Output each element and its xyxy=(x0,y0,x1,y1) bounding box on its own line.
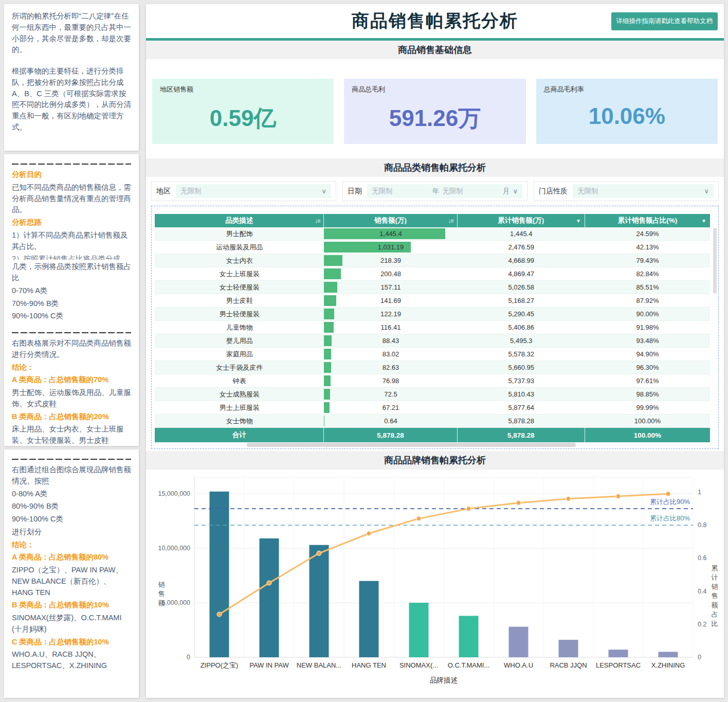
store-type-select[interactable]: 无限制 ∨ xyxy=(573,184,714,198)
line-marker-SINOMAX(...[interactable] xyxy=(416,516,421,521)
x-tick-label: RACB JJQN xyxy=(550,661,587,669)
class-b-rule: 70%-90% B类 xyxy=(12,298,131,310)
dashed-divider xyxy=(12,459,131,460)
sort-descending-icon[interactable]: ↓≡ xyxy=(315,218,320,224)
bar-LESPORTSAC[interactable] xyxy=(609,650,628,657)
kpi-label: 地区销售额 xyxy=(160,85,326,94)
help-doc-button[interactable]: 详细操作指南请戳此查看帮助文档 xyxy=(611,12,718,30)
bar-RACB JJQN[interactable] xyxy=(559,640,578,657)
category-pareto-table: 品类描述 ↓≡ 销售额(万) ↓≡ 累计销售额(万) ▼ 累计销售额占比(%) … xyxy=(151,206,719,449)
table-row[interactable]: 男士皮鞋141.695,168.2787.92% xyxy=(155,294,710,308)
bar-ZIPPO(之宝)[interactable] xyxy=(210,492,229,657)
line-marker-X.ZHINING[interactable] xyxy=(666,492,670,496)
line-marker-HANG TEN[interactable] xyxy=(367,531,371,536)
table-row[interactable]: 儿童饰物116.415,406.8691.98% xyxy=(155,321,710,334)
sales-value: 83.02 xyxy=(383,350,399,358)
sales-value: 0.64 xyxy=(384,417,397,425)
cell-sales: 141.69 xyxy=(324,294,457,308)
table-row[interactable]: 女士轻便服装157.115,026.5885.51% xyxy=(155,281,710,294)
sidebar-card-intro: 所谓的帕累托分析即“二八定律”在任何一组东西中，最重要的只占其中一小部分，其余尽… xyxy=(4,4,139,151)
line-marker-WHO.A.U[interactable] xyxy=(516,500,521,505)
filter-region-label: 地区 xyxy=(156,187,171,196)
cell-cumulative-pct: 93.48% xyxy=(585,334,710,348)
cell-category: 男士皮鞋 xyxy=(155,294,324,308)
store-placeholder: 无限制 xyxy=(577,187,598,196)
kpi-card-region-sales: 地区销售额 0.59亿 xyxy=(152,79,334,144)
intro-paragraph-2: 根据事物的主要特征，进行分类排队，把被分析的对象按照占比分成A、B、C 三类（可… xyxy=(12,66,131,133)
cell-cumulative-pct: 85.51% xyxy=(585,281,710,294)
method-step2-rest: 几类，示例将品类按照累计销售额占比 xyxy=(12,261,131,284)
sales-data-bar xyxy=(324,389,330,400)
bar-SINOMAX(...[interactable] xyxy=(409,603,429,657)
x-tick-label: NEW BALAN... xyxy=(297,661,341,669)
sales-data-bar xyxy=(324,402,330,413)
date-select[interactable]: 无限制 年 无限制 月 ∨ xyxy=(367,184,522,198)
table-row[interactable]: 女士内衣218.394,668.9979.43% xyxy=(155,254,710,267)
bar-X.ZHINING[interactable] xyxy=(659,652,678,657)
line-marker-LESPORTSAC[interactable] xyxy=(616,494,621,499)
bar-HANG TEN[interactable] xyxy=(359,581,379,657)
sales-value: 122.19 xyxy=(380,310,401,318)
table-row[interactable]: 男士配饰1,445.41,445.424.59% xyxy=(155,227,710,241)
method-step2-clipped: 2）按照累计销售占比将品类分成 xyxy=(12,254,131,260)
filter-store-type: 门店性质 无限制 ∨ xyxy=(534,181,719,201)
cell-cumulative: 1,445.4 xyxy=(458,227,585,241)
bar-WHO.A.U[interactable] xyxy=(509,627,529,657)
cell-cumulative: 2,476.59 xyxy=(458,241,585,254)
y-right-axis-title: 累计销售额占比 xyxy=(712,564,718,627)
column-header-category[interactable]: 品类描述 ↓≡ xyxy=(155,214,324,227)
column-header-sales[interactable]: 销售额(万) ↓≡ xyxy=(324,214,457,227)
column-header-cumulative[interactable]: 累计销售额(万) ▼ xyxy=(458,214,585,227)
sales-value: 76.98 xyxy=(383,377,399,385)
line-marker-ZIPPO(之宝)[interactable] xyxy=(217,612,222,617)
sort-descending-icon[interactable]: ↓≡ xyxy=(448,218,453,224)
cell-category: 婴儿用品 xyxy=(155,334,324,348)
table-row[interactable]: 女士饰物0.645,878.28100.00% xyxy=(155,415,710,428)
bar-PAW IN PAW[interactable] xyxy=(260,538,279,657)
bar-O.C.T.MAMI...[interactable] xyxy=(459,616,479,657)
cell-sales: 0.64 xyxy=(324,415,457,428)
sales-value: 67.21 xyxy=(383,404,399,411)
y-left-axis-title: 销售额 xyxy=(158,581,165,607)
column-header-cumulative-pct[interactable]: 累计销售额占比(%) ▼ xyxy=(585,214,710,227)
table-row[interactable]: 女士手袋及皮件82.635,660.9596.30% xyxy=(155,361,710,374)
cell-category: 男士轻便服装 xyxy=(155,308,324,321)
x-tick-label: SINOMAX(... xyxy=(399,661,438,669)
table-row[interactable]: 家庭用品83.025,578.3294.90% xyxy=(155,348,710,361)
cell-category: 儿童饰物 xyxy=(155,321,324,334)
filter-triangle-icon[interactable]: ▼ xyxy=(701,218,706,224)
line-marker-O.C.T.MAMI...[interactable] xyxy=(466,507,471,511)
bar-NEW BALAN...[interactable] xyxy=(310,545,329,657)
goal-text: 已知不同品类商品的销售额信息，需分析商品销售量情况有重点的管理商品。 xyxy=(12,182,131,215)
kpi-card-gross-profit: 商品总毛利 591.26万 xyxy=(344,79,525,144)
kpi-value: 10.06% xyxy=(544,103,710,129)
table-row[interactable]: 运动服装及用品1,031.192,476.5942.13% xyxy=(155,241,710,254)
brand-class-a-head: A 类商品：占总销售额的80% xyxy=(12,552,131,563)
horizontal-scrollbar[interactable] xyxy=(247,443,576,447)
sales-data-bar xyxy=(324,255,342,266)
table-row[interactable]: 男士上班服装67.215,877.6499.99% xyxy=(155,401,710,415)
table-row[interactable]: 男士轻便服装122.195,290.4590.00% xyxy=(155,308,710,321)
table-row[interactable]: 钟表76.985,737.9397.61% xyxy=(155,374,710,388)
sales-value: 157.11 xyxy=(381,283,401,291)
brand-class-b-text: SINOMAX(丝梦露)、O.C.T.MAMI (十月妈咪) xyxy=(12,613,131,635)
filter-triangle-icon[interactable]: ▼ xyxy=(576,218,581,224)
cell-cumulative: 5,877.64 xyxy=(458,401,585,415)
line-marker-RACB JJQN[interactable] xyxy=(566,496,571,501)
vertical-scrollbar[interactable] xyxy=(713,228,717,294)
table-row[interactable]: 女士成熟服装72.55,810.4398.85% xyxy=(155,388,710,401)
section-title-category-pareto: 商品品类销售帕累托分析 xyxy=(146,158,724,177)
x-tick-label: WHO.A.U xyxy=(504,661,533,669)
line-marker-NEW BALAN...[interactable] xyxy=(317,551,321,555)
total-label: 合计 xyxy=(155,428,324,442)
x-tick-label: LESPORTSAC xyxy=(596,661,641,669)
line-marker-PAW IN PAW[interactable] xyxy=(267,581,271,585)
region-select[interactable]: 无限制 ∨ xyxy=(176,184,331,198)
table-row[interactable]: 婴儿用品88.435,495.393.48% xyxy=(155,334,710,348)
kpi-value: 591.26万 xyxy=(352,103,518,134)
kpi-value: 0.59亿 xyxy=(160,103,326,134)
cell-cumulative: 4,869.47 xyxy=(458,267,585,281)
cell-category: 女士内衣 xyxy=(155,254,324,267)
table-row[interactable]: 女士上班服装200.484,869.4782.84% xyxy=(155,267,710,281)
kpi-label: 商品总毛利 xyxy=(352,85,518,94)
